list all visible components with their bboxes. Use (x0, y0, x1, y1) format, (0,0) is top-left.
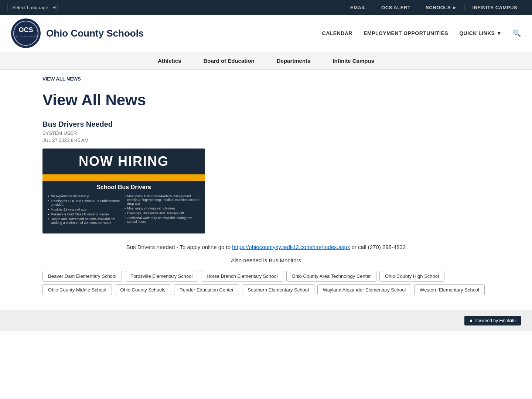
bullet-item: Additional work may be available during … (125, 216, 200, 224)
schools-link[interactable]: SCHOOLS ► (418, 5, 465, 10)
tag-item[interactable]: Horse Branch Elementary School (201, 271, 283, 282)
article: Bus Drivers Needed SYSTEM USER JUL 27 20… (42, 120, 490, 295)
breadcrumb: VIEW ALL NEWS (0, 70, 532, 88)
language-selector-container[interactable]: Select Language (7, 3, 58, 12)
sub-nav-infinite-campus[interactable]: Infinite Campus (332, 58, 374, 64)
tag-item[interactable]: Beaver Dam Elementary School (42, 271, 122, 282)
top-bar-nav: EMAIL OCS ALERT SCHOOLS ► INFINITE CAMPU… (343, 5, 525, 10)
svg-text:OHIO COUNTY SCHOOLS: OHIO COUNTY SCHOOLS (14, 35, 37, 38)
sub-nav-departments[interactable]: Departments (277, 58, 311, 64)
bullet-item: Evenings, Weekends and Holidays Off (125, 211, 200, 215)
bullet-item: Must be 21 years of age (48, 208, 123, 211)
tag-item[interactable]: Ohio County Schools (115, 284, 171, 295)
now-hiring-top: NOW HIRING (42, 149, 205, 174)
finalsite-icon: ■ (470, 318, 472, 323)
hiring-body: No experience necessary! Training for CD… (42, 192, 205, 233)
apply-link[interactable]: https://ohiocountyky.tedk12.com/hire/Ind… (232, 244, 350, 250)
bullet-item: Possess a valid Class D driver's license (48, 212, 123, 216)
breadcrumb-link[interactable]: VIEW ALL NEWS (42, 76, 81, 82)
infinite-campus-link[interactable]: INFINITE CAMPUS (465, 5, 525, 10)
bullet-item: Health and Retirement benefits available… (48, 217, 123, 225)
search-button[interactable]: 🔍 (513, 29, 521, 37)
top-bar: Select Language EMAIL OCS ALERT SCHOOLS … (0, 0, 532, 15)
chevron-right-icon: ► (452, 5, 457, 10)
now-hiring-text: NOW HIRING (79, 154, 169, 169)
bullets-left: No experience necessary! Training for CD… (48, 194, 123, 230)
bus-drivers-title: School Bus Drivers (42, 181, 205, 192)
hiring-banner-image: NOW HIRING School Bus Drivers No experie… (42, 149, 205, 233)
tag-item[interactable]: Western Elementary School (414, 284, 485, 295)
powered-by-text: Powered by Finalsite (475, 318, 516, 323)
employment-nav-link[interactable]: EMPLOYMENT OPPORTUNITIES (364, 30, 448, 36)
bullet-item: No experience necessary! (48, 194, 123, 198)
tag-item[interactable]: Southern Elementary School (242, 284, 314, 295)
article-body-text: Bus Drivers needed - To apply online go … (42, 243, 490, 252)
gold-bar (42, 174, 205, 181)
tag-item[interactable]: Fordsville Elementary School (125, 271, 198, 282)
footer: ■ Powered by Finalsite (0, 310, 532, 331)
email-link[interactable]: EMAIL (343, 5, 374, 10)
site-logo-link[interactable]: OCS OHIO COUNTY SCHOOLS Ohio County Scho… (11, 18, 144, 48)
ocs-logo-svg: OCS OHIO COUNTY SCHOOLS (13, 20, 39, 46)
sub-nav-athletics[interactable]: Athletics (158, 58, 181, 64)
tag-item[interactable]: Wayland Alexander Elementary School (317, 284, 411, 295)
sub-nav: Athletics Board of Education Departments… (0, 52, 532, 70)
bullet-item: Training for CDL and School Bus Endorsem… (48, 199, 123, 207)
article-author: SYSTEM USER (42, 130, 490, 136)
bullet-item: Must enjoy working with children (125, 207, 200, 210)
ocs-alert-link[interactable]: OCS ALERT (374, 5, 418, 10)
powered-by-badge: ■ Powered by Finalsite (464, 316, 521, 325)
language-select[interactable]: Select Language (7, 3, 58, 12)
tags-container: Beaver Dam Elementary SchoolFordsville E… (42, 271, 490, 295)
tag-item[interactable]: Ohio County High School (379, 271, 444, 282)
site-name: Ohio County Schools (46, 28, 144, 39)
main-content: View All News Bus Drivers Needed SYSTEM … (0, 88, 532, 310)
site-header: OCS OHIO COUNTY SCHOOLS Ohio County Scho… (0, 15, 532, 52)
calendar-nav-link[interactable]: CALENDAR (322, 30, 353, 36)
article-title: Bus Drivers Needed (42, 120, 490, 129)
chevron-down-icon: ▼ (497, 30, 502, 36)
page-title: View All News (42, 91, 490, 109)
svg-text:OCS: OCS (18, 26, 33, 34)
article-date: JUL 27 2023 8:45 AM (42, 137, 490, 143)
sub-nav-board[interactable]: Board of Education (203, 58, 254, 64)
logo-circle: OCS OHIO COUNTY SCHOOLS (11, 18, 41, 48)
quick-links-nav-link[interactable]: QUICK LINKS ▼ (459, 30, 502, 36)
tag-item[interactable]: Render Education Center (174, 284, 239, 295)
tag-item[interactable]: Ohio County Area Technology Center (286, 271, 376, 282)
bullet-item: Must pass: DMV/State/Federal background … (125, 194, 200, 205)
article-also-needed: Also needed is Bus Monitors (42, 257, 490, 263)
bullets-right: Must pass: DMV/State/Federal background … (125, 194, 200, 230)
header-nav: CALENDAR EMPLOYMENT OPPORTUNITIES QUICK … (322, 29, 521, 37)
tag-item[interactable]: Ohio County Middle School (42, 284, 112, 295)
